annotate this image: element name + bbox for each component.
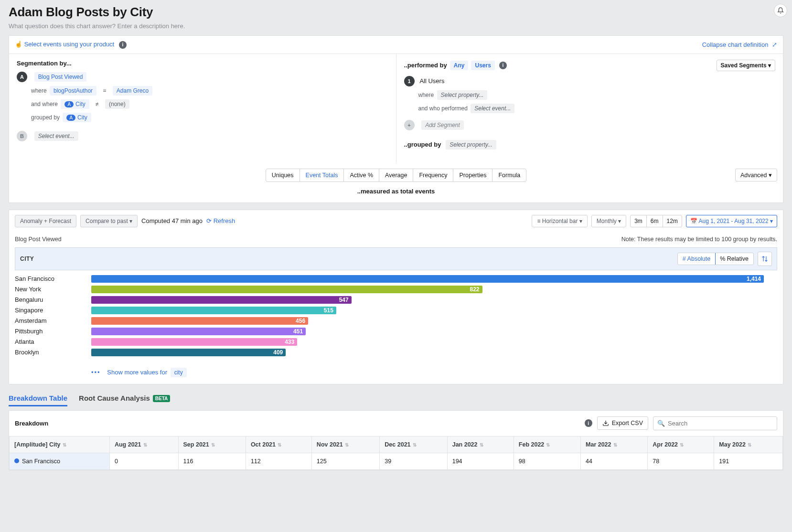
table-header[interactable]: Feb 2022⇅ [514,436,580,453]
calendar-icon: 📅 [690,218,697,224]
seg-who-placeholder[interactable]: Select event... [471,104,514,113]
chevron-down-icon: ▾ [579,218,582,224]
anomaly-forecast-button[interactable]: Anomaly + Forecast [15,215,76,227]
sort-button[interactable] [758,252,772,266]
table-row[interactable]: San Francisco011611212539194984478191 [10,453,783,469]
table-cell: 0 [109,453,178,469]
relative-toggle[interactable]: % Relative [715,253,753,265]
results-limit-note: Note: These results may be limited to 10… [621,236,777,243]
chart-type-button[interactable]: ≡ Horizontal bar ▾ [532,215,587,227]
measure-tab[interactable]: Formula [492,169,526,181]
saved-segments-button[interactable]: Saved Segments ▾ [717,60,775,71]
table-cell: 39 [380,453,447,469]
bar-label: Amsterdam [15,317,91,324]
measure-tab[interactable]: Properties [453,169,492,181]
bar-row[interactable]: Pittsburgh451 [15,328,764,335]
select-event-b[interactable]: Select event... [34,131,78,141]
table-header[interactable]: May 2022⇅ [714,436,783,453]
table-header[interactable]: Mar 2022⇅ [581,436,648,453]
show-more-link[interactable]: Show more values for [107,369,167,376]
sort-icon: ⇅ [546,442,550,447]
page-title: Adam Blog Posts by City [9,5,783,20]
measure-tab[interactable]: Active % [344,169,379,181]
and-where-value-chip[interactable]: (none) [105,99,129,109]
table-header[interactable]: Aug 2021⇅ [109,436,178,453]
info-icon[interactable]: i [119,41,127,49]
measure-tab[interactable]: Frequency [413,169,453,181]
range-shortcut[interactable]: 12m [663,215,682,227]
table-header[interactable]: Dec 2021⇅ [380,436,447,453]
where-op[interactable]: = [101,86,108,96]
table-header[interactable]: Jan 2022⇅ [447,436,514,453]
all-users-label: All Users [419,77,444,85]
bar-row[interactable]: Brooklyn409 [15,349,764,356]
bar-row[interactable]: Atlanta433 [15,338,764,346]
range-shortcut[interactable]: 6m [647,215,663,227]
color-swatch [14,458,19,463]
search-input[interactable]: 🔍 [653,416,777,430]
export-csv-button[interactable]: Export CSV [597,416,648,430]
page-subtitle[interactable]: What question does this chart answer? En… [9,22,783,30]
bar-value: 409 [273,349,283,356]
event-a-chip[interactable]: Blog Post Viewed [34,72,87,82]
breakdown-title: Breakdown [15,420,48,427]
refresh-button[interactable]: ⟳ Refresh [206,217,235,224]
sort-icon: ⇅ [143,442,147,447]
table-header[interactable]: Sep 2021⇅ [178,436,246,453]
table-header[interactable]: Nov 2021⇅ [311,436,379,453]
show-more-chip[interactable]: city [171,368,187,377]
seg-where-placeholder[interactable]: Select property... [437,90,488,100]
bar-row[interactable]: San Francisco1,414 [15,275,764,283]
info-icon[interactable]: i [585,419,592,427]
date-range-button[interactable]: 📅 Aug 1, 2021 - Aug 31, 2022 ▾ [686,215,777,227]
and-where-property-chip[interactable]: ACity [61,99,89,109]
interval-button[interactable]: Monthly ▾ [591,215,626,227]
bar-row[interactable]: Singapore515 [15,307,764,314]
absolute-toggle[interactable]: # Absolute [677,253,716,265]
measure-tab[interactable]: Event Totals [300,169,344,181]
sort-icon: ⇅ [613,442,617,447]
sort-icon: ⇅ [680,442,684,447]
chevron-down-icon: ▾ [769,172,772,179]
sort-icon: ⇅ [345,442,349,447]
tab-root-cause[interactable]: Root Cause AnalysisBETA [79,391,170,406]
bar-row[interactable]: Amsterdam456 [15,317,764,325]
add-segment-badge[interactable]: + [404,120,415,130]
notifications-button[interactable] [774,4,787,17]
select-events-link[interactable]: Select events using your product [24,41,115,48]
table-header[interactable]: [Amplitude] City⇅ [10,436,110,453]
measure-tab[interactable]: Uniques [266,169,300,181]
bar-chart-icon: ≡ [537,218,540,224]
measured-as-label: ..measured as total events [9,188,783,202]
range-shortcuts: 3m6m12m [630,215,682,227]
tab-breakdown-table[interactable]: Breakdown Table [9,391,67,406]
grouped-by-chip[interactable]: ACity [63,113,91,122]
measure-tab[interactable]: Average [379,169,413,181]
sort-icon: ⇅ [748,442,751,447]
computed-label: Computed 47 min ago [141,217,203,224]
collapse-definition-link[interactable]: Collapse chart definition [702,41,769,48]
performed-users-chip[interactable]: Users [471,61,494,70]
bar-row[interactable]: New York822 [15,286,764,293]
performed-any-chip[interactable]: Any [450,61,469,70]
advanced-button[interactable]: Advanced ▾ [735,169,777,181]
sort-icon: ⇅ [211,442,215,447]
table-cell: 194 [447,453,514,469]
where-value-chip[interactable]: Adam Greco [113,86,152,96]
grouped-by-placeholder[interactable]: Select property... [446,140,496,149]
table-header[interactable]: Apr 2022⇅ [648,436,714,453]
bar-label: Brooklyn [15,349,91,356]
where-property-chip[interactable]: blogPostAuthor [50,86,96,96]
refresh-icon: ⟳ [206,217,212,224]
more-icon[interactable]: ••• [91,369,101,376]
segmentation-title: Segmentation by... [17,60,388,67]
compare-past-button[interactable]: Compare to past ▾ [80,215,138,227]
add-segment-button[interactable]: Add Segment [421,120,464,130]
range-shortcut[interactable]: 3m [631,215,647,227]
bar-row[interactable]: Bengaluru547 [15,296,764,304]
info-icon[interactable]: i [499,62,507,69]
search-icon: 🔍 [657,420,665,427]
table-header[interactable]: Oct 2021⇅ [246,436,311,453]
and-where-op[interactable]: ≠ [94,99,101,109]
bar-value: 433 [285,338,294,346]
